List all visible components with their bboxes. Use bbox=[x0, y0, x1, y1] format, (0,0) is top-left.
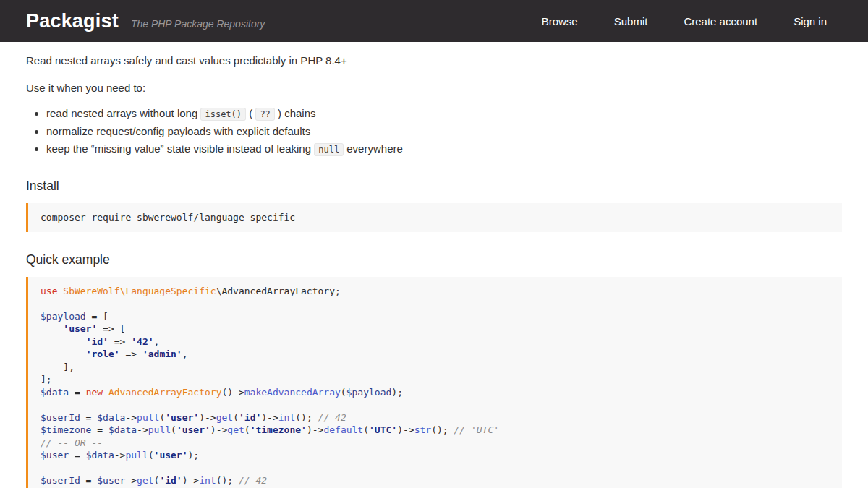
code-line bbox=[41, 297, 830, 310]
code-token: // -- OR -- bbox=[41, 437, 103, 448]
code-token: ); bbox=[188, 450, 200, 461]
code-line bbox=[41, 462, 830, 475]
main-nav: Browse Submit Create account Sign in bbox=[542, 15, 827, 27]
code-token: 'user' bbox=[154, 450, 188, 461]
code-token: $data bbox=[41, 387, 69, 398]
code-token: get bbox=[216, 412, 233, 423]
code-token: 'user' bbox=[165, 412, 199, 423]
code-line: 'id' => '42', bbox=[41, 335, 830, 348]
code-line: $user = $data->pull('user'); bbox=[41, 449, 830, 462]
code-token: default bbox=[323, 424, 363, 435]
nav-item-sign-in[interactable]: Sign in bbox=[793, 15, 827, 27]
code-token: $timezone bbox=[41, 424, 91, 435]
code-token: // 42 bbox=[318, 412, 346, 423]
nav-item-submit[interactable]: Submit bbox=[614, 15, 648, 27]
example-code-block: use SbWereWolf\LanguageSpecific\Advanced… bbox=[26, 277, 842, 488]
code-token: ( bbox=[233, 412, 239, 423]
code-token: SbWereWolf\LanguageSpecific bbox=[63, 286, 216, 296]
code-line: $payload = [ bbox=[41, 310, 830, 323]
code-token: )-> bbox=[397, 424, 414, 435]
code-token: $data bbox=[86, 450, 114, 461]
code-token: '42' bbox=[131, 336, 153, 347]
code-token: int bbox=[199, 475, 216, 486]
code-line bbox=[41, 398, 830, 411]
code-token: \AdvancedArrayFactory; bbox=[216, 286, 341, 296]
code-token: 'timezone' bbox=[250, 424, 307, 435]
code-token: 'admin' bbox=[142, 348, 182, 359]
code-token: 'user' bbox=[176, 424, 210, 435]
code-token: $user bbox=[97, 475, 125, 486]
text-run: normalize request/config payloads with e… bbox=[46, 125, 310, 137]
header: Packagist The PHP Package Repository Bro… bbox=[0, 0, 868, 42]
code-token: AdvancedArrayFactory bbox=[109, 387, 222, 398]
text-run: ) chains bbox=[275, 107, 316, 119]
code-token: get bbox=[137, 475, 153, 486]
code-token: => bbox=[109, 336, 131, 347]
code-token: $payload bbox=[41, 311, 86, 322]
code-token: int bbox=[278, 412, 295, 423]
code-line: 'user' => [ bbox=[41, 322, 830, 335]
site-tagline: The PHP Package Repository bbox=[131, 18, 265, 30]
code-token: 'user' bbox=[63, 323, 97, 334]
code-token: )-> bbox=[182, 475, 199, 486]
code-token: use bbox=[41, 286, 63, 296]
feature-item: normalize request/config payloads with e… bbox=[46, 123, 842, 140]
code-token: get bbox=[227, 424, 244, 435]
code-line: $userId = $data->pull('user')->get('id')… bbox=[41, 411, 830, 424]
code-token: ], bbox=[41, 361, 75, 372]
inline-code: isset() bbox=[200, 108, 246, 121]
code-token: )-> bbox=[261, 412, 278, 423]
code-token: -> bbox=[137, 424, 148, 435]
code-token: $data bbox=[97, 412, 125, 423]
code-token: (); bbox=[295, 412, 318, 423]
code-token: = [ bbox=[86, 311, 109, 322]
readme-content: Read nested arrays safely and cast value… bbox=[0, 53, 868, 488]
example-code: use SbWereWolf\LanguageSpecific\Advanced… bbox=[41, 285, 830, 488]
code-token: str bbox=[414, 424, 431, 435]
code-token: = bbox=[80, 412, 97, 423]
code-token: new bbox=[86, 387, 109, 398]
code-token: pull bbox=[137, 412, 159, 423]
code-token: $userId bbox=[41, 475, 80, 486]
code-line: $timezone = $data->pull('user')->get('ti… bbox=[41, 424, 830, 437]
text-run: everywhere bbox=[344, 142, 403, 155]
intro-paragraph: Read nested arrays safely and cast value… bbox=[26, 53, 842, 69]
code-token: = bbox=[69, 387, 85, 398]
code-line: // -- OR -- bbox=[41, 437, 830, 450]
install-heading: Install bbox=[26, 179, 842, 194]
code-token: )-> bbox=[307, 424, 323, 435]
code-token: (); bbox=[216, 475, 239, 486]
code-token: 'role' bbox=[86, 348, 120, 359]
code-token: pull bbox=[148, 424, 171, 435]
code-token: 'id' bbox=[86, 336, 109, 347]
code-line: $userId = $user->get('id')->int(); // 42 bbox=[41, 474, 830, 487]
code-line: $data = new AdvancedArrayFactory()->make… bbox=[41, 386, 830, 399]
code-token: pull bbox=[125, 450, 148, 461]
install-code-block: composer require sbwerewolf/language-spe… bbox=[26, 203, 842, 232]
code-token: , bbox=[154, 336, 160, 347]
code-token: ]; bbox=[41, 374, 52, 385]
nav-item-create-account[interactable]: Create account bbox=[684, 15, 757, 27]
code-token: )-> bbox=[210, 424, 227, 435]
nav-item-browse[interactable]: Browse bbox=[542, 15, 578, 27]
code-token: -> bbox=[125, 412, 137, 423]
code-token: $user bbox=[41, 450, 69, 461]
code-line: ]; bbox=[41, 373, 830, 386]
code-token: $userId bbox=[41, 412, 80, 423]
code-line: ], bbox=[41, 361, 830, 374]
code-token: = bbox=[69, 450, 85, 461]
code-token: => [ bbox=[97, 323, 125, 334]
code-token: 'UTC' bbox=[369, 424, 397, 435]
code-token: ( bbox=[244, 424, 250, 435]
code-line: use SbWereWolf\LanguageSpecific\Advanced… bbox=[41, 285, 830, 298]
inline-code: null bbox=[314, 143, 344, 156]
use-cases-paragraph: Use it when you need to: bbox=[26, 80, 842, 96]
packagist-logo[interactable]: Packagist bbox=[26, 10, 119, 33]
code-token bbox=[41, 336, 86, 347]
code-token: )-> bbox=[199, 412, 216, 423]
feature-item: read nested arrays without long isset() … bbox=[46, 105, 842, 123]
brand: Packagist The PHP Package Repository bbox=[26, 10, 265, 33]
code-token bbox=[41, 348, 86, 359]
code-token: // 42 bbox=[239, 475, 267, 486]
code-token: = bbox=[91, 424, 108, 435]
